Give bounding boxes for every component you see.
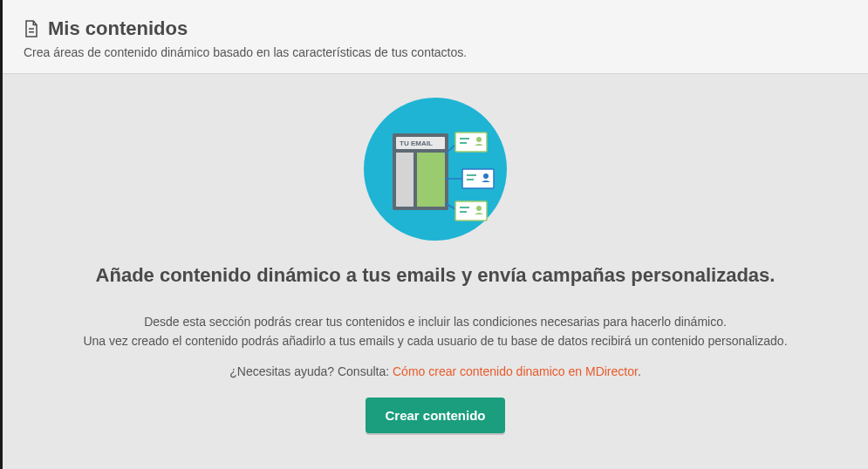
help-link[interactable]: Cómo crear contenido dinamico en MDirect… xyxy=(393,364,638,378)
illustration-wrap: TU EMAIL xyxy=(38,95,833,243)
help-line: ¿Necesitas ayuda? Consulta: Cómo crear c… xyxy=(38,364,833,378)
document-icon xyxy=(24,19,39,38)
svg-point-11 xyxy=(476,137,482,142)
description-line-1: Desde esta sección podrás crear tus cont… xyxy=(144,315,727,329)
svg-rect-10 xyxy=(455,133,487,152)
page-subtitle: Crea áreas de contenido dinámico basado … xyxy=(24,45,847,59)
svg-rect-18 xyxy=(455,201,487,221)
empty-state-description: Desde esta sección podrás crear tus cont… xyxy=(38,313,833,350)
svg-rect-6 xyxy=(417,153,445,207)
dynamic-email-illustration: TU EMAIL xyxy=(361,95,509,243)
svg-point-15 xyxy=(483,173,489,179)
title-row: Mis contenidos xyxy=(24,17,847,40)
svg-point-19 xyxy=(476,206,482,211)
svg-rect-14 xyxy=(462,169,494,188)
help-prefix: ¿Necesitas ayuda? Consulta: xyxy=(229,364,393,378)
description-line-2: Una vez creado el contenido podrás añadi… xyxy=(83,334,787,348)
create-content-button[interactable]: Crear contenido xyxy=(366,398,504,433)
page-header: Mis contenidos Crea áreas de contenido d… xyxy=(3,0,868,74)
empty-state: TU EMAIL Añade conten xyxy=(3,74,868,468)
illustration-label: TU EMAIL xyxy=(400,139,433,147)
empty-state-headline: Añade contenido dinámico a tus emails y … xyxy=(38,264,833,287)
page-title: Mis contenidos xyxy=(48,17,188,40)
svg-rect-5 xyxy=(396,153,413,207)
help-suffix: . xyxy=(638,364,641,378)
